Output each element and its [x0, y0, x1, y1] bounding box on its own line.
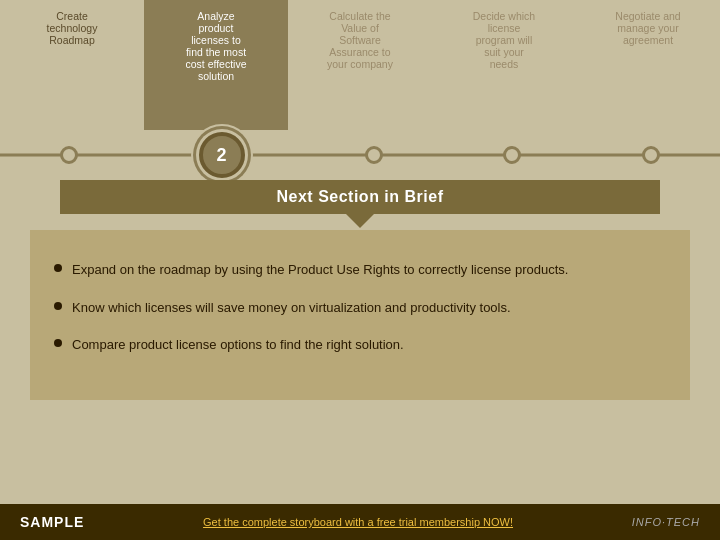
bullet-dot — [54, 339, 62, 347]
timeline-node-4 — [503, 146, 521, 164]
footer-brand: INFO·TECH — [632, 516, 700, 528]
bullet-text: Know which licenses will save money on v… — [72, 298, 511, 318]
bullet-item-3: Compare product license options to find … — [54, 335, 666, 355]
timeline-nodes: 2 — [0, 132, 720, 178]
process-step-3: Calculate theValue ofSoftwareAssurance t… — [288, 0, 432, 130]
timeline-node-2: 2 — [199, 132, 245, 178]
timeline-row: 2 — [0, 130, 720, 180]
bullet-text: Compare product license options to find … — [72, 335, 404, 355]
bullet-dot — [54, 302, 62, 310]
next-section-label: Next Section in Brief — [277, 188, 444, 205]
process-step-1: CreatetechnologyRoadmap — [0, 0, 144, 130]
bullet-text: Expand on the roadmap by using the Produ… — [72, 260, 568, 280]
timeline-node-3 — [365, 146, 383, 164]
bullet-dot — [54, 264, 62, 272]
sample-label: SAMPLE — [20, 514, 84, 530]
bullet-item-2: Know which licenses will save money on v… — [54, 298, 666, 318]
process-bar: CreatetechnologyRoadmapAnalyzeproductlic… — [0, 0, 720, 130]
timeline-node-5 — [642, 146, 660, 164]
timeline-node-1 — [60, 146, 78, 164]
content-area: Expand on the roadmap by using the Produ… — [30, 230, 690, 400]
process-step-4: Decide whichlicenseprogram willsuit your… — [432, 0, 576, 130]
process-step-2: Analyzeproductlicenses tofind the mostco… — [144, 0, 288, 130]
footer: SAMPLE Get the complete storyboard with … — [0, 504, 720, 540]
next-section-banner: Next Section in Brief — [60, 180, 660, 214]
footer-cta[interactable]: Get the complete storyboard with a free … — [203, 516, 513, 528]
bullet-item-1: Expand on the roadmap by using the Produ… — [54, 260, 666, 280]
process-step-5: Negotiate andmanage youragreement — [576, 0, 720, 130]
